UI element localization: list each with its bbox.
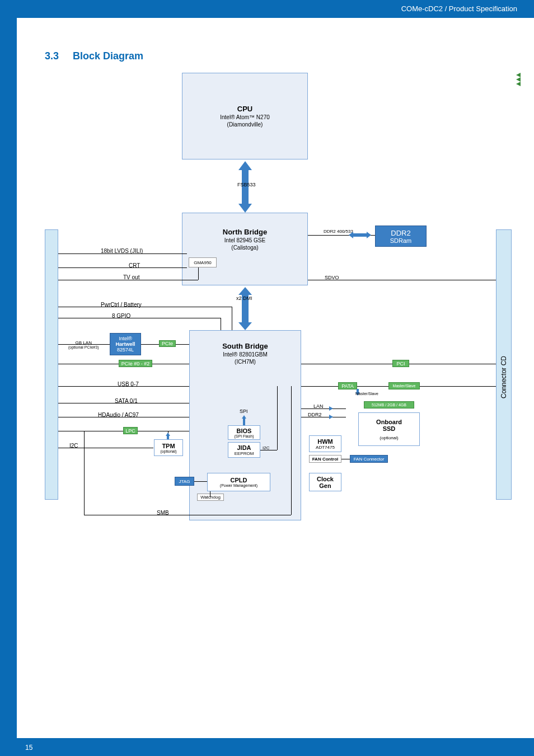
pwrctrl-line xyxy=(58,307,232,307)
sdvo-label: SDVO xyxy=(325,275,339,280)
master-slave-label: Master/Slave xyxy=(388,382,420,389)
phy-line2: 82574L xyxy=(117,347,134,353)
bios-title: BIOS xyxy=(237,428,252,434)
pci-label: PCI xyxy=(392,360,409,367)
gb-lan-label: GB LAN (optional PCIe#3) xyxy=(68,340,99,349)
crt-line xyxy=(58,267,187,268)
ssd-sub: SSD xyxy=(383,425,396,432)
hdaudio-label: HDAudio / AC97 xyxy=(98,412,139,418)
pwrctrl-label: PwrCtrl / Battery xyxy=(101,302,142,308)
sb-line1: Intel® 82801GBM xyxy=(223,351,268,358)
clock-block: Clock Gen xyxy=(309,473,341,491)
footer-bar xyxy=(0,738,534,756)
ddr2-block: DDR2 SDRam xyxy=(375,226,427,247)
pata-label: PATA xyxy=(338,382,357,389)
cpu-line2: (Diamondville) xyxy=(227,121,263,128)
tpm-block: TPM (optional) xyxy=(154,439,183,456)
spi-arrow xyxy=(242,415,246,425)
header-breadcrumb: COMe-cDC2 / Product Specification xyxy=(401,4,517,13)
fsb-label: FSB533 xyxy=(237,182,256,187)
jida-v xyxy=(277,386,278,450)
svg-marker-1 xyxy=(349,232,371,238)
hwm-title: HWM xyxy=(317,438,333,445)
svg-marker-4 xyxy=(242,415,246,425)
fan-control-box: FAN Control xyxy=(309,455,341,463)
connector-left xyxy=(45,229,58,500)
smb-line xyxy=(84,515,291,515)
crt-label: CRT xyxy=(129,262,140,269)
gma-label: GMA950 xyxy=(189,257,217,267)
gb-lan-phy: Intel® Hartwell 82574L xyxy=(110,333,141,355)
cpld-v xyxy=(210,491,210,497)
cpld-sub: (Power Management) xyxy=(220,483,257,487)
cpu-block: CPU Intel® Atom™ N270 (Diamondville) xyxy=(182,73,308,159)
left-stripe xyxy=(0,0,17,756)
svg-marker-3 xyxy=(166,433,170,439)
sata-label: SATA 0/1 xyxy=(115,398,138,404)
smb-label: SMB xyxy=(157,510,169,516)
cpu-title: CPU xyxy=(237,105,252,113)
lan-label: LAN xyxy=(313,403,324,409)
svg-marker-2 xyxy=(238,287,252,330)
fan-connector-box: FAN Connector xyxy=(350,455,388,463)
jtag-line xyxy=(194,481,207,482)
ddr2-title: DDR2 xyxy=(391,229,410,237)
gpio-vert xyxy=(221,318,221,330)
jida-sub: EEPROM xyxy=(235,451,254,456)
section-number: 3.3 xyxy=(45,50,59,62)
bios-block: BIOS (SPI Flash) xyxy=(228,425,260,440)
section-title: 3.3 Block Diagram xyxy=(45,50,143,62)
dmi-arrow-icon xyxy=(235,287,255,330)
onboard-ssd-block: Onboard SSD (optional) xyxy=(358,412,420,446)
clock-title: Clock xyxy=(317,476,334,482)
jida-block: JIDA EEPROM xyxy=(228,442,260,458)
ddr2-sb-label: DDR2 xyxy=(308,412,322,417)
pcie02-label: PCIe #0 - #2 xyxy=(119,360,152,367)
lan-line xyxy=(301,408,346,409)
hwm-block: HWM ADT7475 xyxy=(309,435,341,452)
lpc-label: LPC xyxy=(123,427,138,434)
ddr2-arrow2-icon xyxy=(329,415,333,419)
hwm-sub: ADT7475 xyxy=(316,445,335,450)
ssd-title: Onboard xyxy=(376,419,402,425)
lvds-label: 18bit LVDS (JILI) xyxy=(101,248,143,254)
gpio-line xyxy=(58,318,221,318)
jida-title: JIDA xyxy=(237,444,251,451)
footer-page: 15 xyxy=(25,744,32,752)
i2c-label: I2C xyxy=(69,443,78,449)
bios-sub: (SPI Flash) xyxy=(234,434,254,438)
lan-arrow-icon xyxy=(329,406,333,411)
pwrctrl-vert xyxy=(232,307,232,330)
ddr2-arrow-icon xyxy=(349,232,371,238)
smb-v1 xyxy=(84,431,85,515)
section-heading: Block Diagram xyxy=(73,50,143,62)
connector-cd-label: Connector CD xyxy=(500,354,508,398)
ssd-opt: (optional) xyxy=(380,435,398,440)
ssd-size-label: 512MB / 2GB / 4GB xyxy=(364,401,414,408)
fan-line xyxy=(341,459,350,459)
cpu-line1: Intel® Atom™ N270 xyxy=(220,114,270,120)
block-diagram: Connector CD CPU Intel® Atom™ N270 (Diam… xyxy=(45,73,521,565)
jtag-box: JTAG xyxy=(175,477,194,486)
cpld-block: CPLD (Power Management) xyxy=(207,473,270,491)
north-bridge-block: North Bridge Intel 82945 GSE (Calistoga) xyxy=(182,213,308,285)
tvout-label: TV out xyxy=(123,274,139,280)
tvout-vert xyxy=(198,267,199,280)
gblan-left xyxy=(58,344,110,345)
tpm-sub: (optional) xyxy=(160,449,176,453)
jida-line xyxy=(260,450,277,450)
phy-title: Intel® xyxy=(119,336,132,341)
clock-sub: Gen xyxy=(319,482,331,489)
sb-line2: (ICH7M) xyxy=(235,359,256,365)
gpio-label: 8 GPIO xyxy=(112,313,130,319)
nb-title: North Bridge xyxy=(223,228,267,236)
watchdog-box: Watchdog xyxy=(197,494,224,501)
nb-line2: (Calistoga) xyxy=(223,245,267,251)
usb-label: USB 0-7 xyxy=(118,381,139,387)
spi-label: SPI xyxy=(240,408,248,414)
tpm-arrow xyxy=(166,433,170,439)
dmi-label: x2 DMI xyxy=(236,295,252,301)
pata-ms: Master/Slave xyxy=(355,392,378,396)
tpm-title: TPM xyxy=(162,443,175,449)
phy-line1: Hartwell xyxy=(115,341,135,347)
